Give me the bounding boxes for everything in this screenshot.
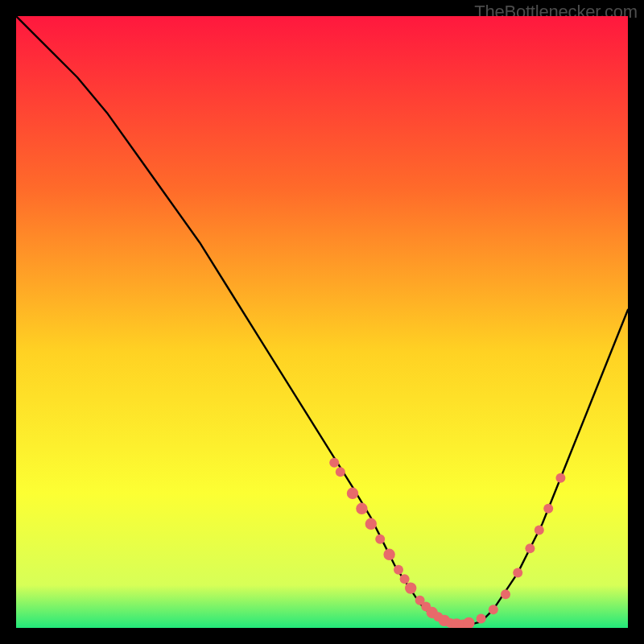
data-marker [543, 504, 553, 514]
data-marker [405, 582, 416, 593]
data-marker [477, 614, 486, 624]
data-marker [356, 503, 367, 514]
data-marker [400, 574, 410, 584]
data-marker [336, 467, 345, 477]
data-marker [347, 488, 358, 499]
data-marker [365, 518, 377, 530]
data-marker [525, 543, 535, 553]
data-marker [394, 565, 403, 575]
data-marker [555, 473, 565, 483]
data-marker [513, 568, 522, 578]
data-marker [375, 535, 385, 544]
data-marker [501, 589, 510, 599]
chart-container [16, 16, 628, 628]
data-marker [535, 525, 544, 535]
data-marker [489, 605, 498, 614]
data-marker [329, 458, 339, 468]
data-marker [383, 549, 394, 560]
bottleneck-chart [16, 16, 628, 628]
